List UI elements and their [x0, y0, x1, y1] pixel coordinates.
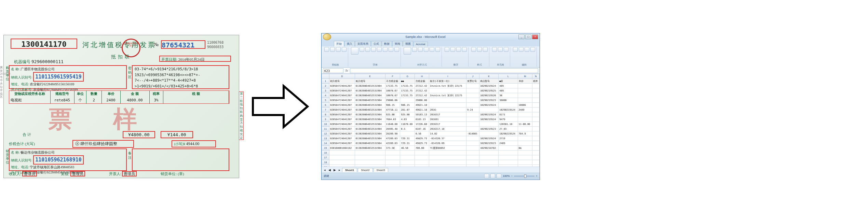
column-header[interactable]: G: [400, 74, 415, 79]
ribbon-button-icon[interactable]: [394, 47, 399, 52]
cell[interactable]: 013020864032531904: [355, 136, 385, 141]
cell[interactable]: 489: [499, 88, 518, 93]
formula-input[interactable]: [350, 68, 538, 73]
cell[interactable]: [415, 151, 429, 155]
ribbon-tab[interactable]: 插入: [344, 41, 355, 46]
cell[interactable]: 020584724041207: [329, 84, 355, 88]
cell[interactable]: [429, 151, 466, 155]
cell[interactable]: [400, 160, 415, 165]
ribbon-button-icon[interactable]: [330, 47, 335, 52]
view-layout-icon[interactable]: [490, 174, 495, 179]
cell[interactable]: [532, 151, 540, 155]
cell[interactable]: 013020864032531904: [355, 117, 385, 122]
ribbon-button-icon[interactable]: [450, 47, 455, 52]
cell[interactable]: [466, 88, 479, 93]
cell[interactable]: [532, 141, 540, 146]
row-header[interactable]: 14: [322, 141, 329, 146]
row-header[interactable]: 6: [322, 103, 329, 108]
cell[interactable]: 020584724041207: [329, 131, 355, 136]
cell[interactable]: -014320.09: [429, 141, 466, 146]
ribbon-button-icon[interactable]: [504, 47, 508, 52]
cell[interactable]: 2016317: [429, 112, 466, 117]
column-header[interactable]: [322, 74, 329, 79]
cell[interactable]: 36000: [499, 98, 518, 103]
cell[interactable]: [385, 160, 400, 165]
cell[interactable]: 备注(不算第一行): [429, 79, 466, 84]
cell[interactable]: 10290219524: [499, 131, 518, 136]
cell[interactable]: 10290219523: [479, 141, 498, 146]
cell[interactable]: 8171: [499, 112, 518, 117]
cell[interactable]: 27212.42: [415, 88, 429, 93]
cell[interactable]: ●●: [400, 79, 415, 84]
cell[interactable]: [385, 165, 400, 167]
cell[interactable]: 0.56: [415, 131, 429, 136]
cell[interactable]: [479, 165, 498, 167]
cell[interactable]: [466, 136, 479, 141]
cell[interactable]: 201691: [429, 117, 466, 122]
zoom-slider[interactable]: [514, 175, 534, 177]
cell[interactable]: [466, 98, 479, 103]
cell[interactable]: Invoice.txt 第3列 22175: [429, 93, 466, 98]
cell[interactable]: [532, 146, 540, 151]
row-header[interactable]: 4: [322, 93, 329, 98]
cell[interactable]: [400, 131, 415, 136]
cell[interactable]: 10006: [518, 103, 532, 108]
cell[interactable]: [466, 141, 479, 146]
cell[interactable]: [532, 108, 540, 112]
cell[interactable]: [429, 155, 466, 160]
cell[interactable]: 47289.03: [385, 136, 400, 141]
cell[interactable]: 013020864032531904: [355, 93, 385, 98]
cell[interactable]: 税率: [532, 79, 540, 84]
cell[interactable]: Invoice.txt 第3列 22175: [429, 84, 466, 88]
cell[interactable]: [499, 160, 518, 165]
cell[interactable]: [532, 127, 540, 131]
cell[interactable]: [532, 88, 540, 93]
cell[interactable]: [466, 165, 479, 167]
ribbon-button-icon[interactable]: [525, 47, 529, 52]
cell[interactable]: 29006.06: [415, 98, 429, 103]
ribbon-button-icon[interactable]: [418, 47, 423, 52]
cell[interactable]: [466, 146, 479, 151]
cell[interactable]: 489: [499, 84, 518, 88]
cell[interactable]: 013020864032531904: [355, 112, 385, 117]
row-header[interactable]: 1: [322, 79, 329, 84]
cell[interactable]: 281.07: [400, 108, 415, 112]
column-header[interactable]: H: [415, 74, 429, 79]
ribbon-button-icon[interactable]: [456, 47, 461, 52]
ribbon-button-icon[interactable]: [530, 47, 535, 52]
cell[interactable]: 28405.48: [385, 127, 400, 131]
cell[interactable]: 10078.67: [385, 88, 400, 93]
cell[interactable]: 11-00.00: [518, 122, 532, 127]
cell[interactable]: 10290219524: [479, 136, 498, 141]
cell[interactable]: 10290219523: [479, 98, 498, 103]
cell[interactable]: 925.00: [400, 112, 415, 117]
cell[interactable]: [518, 112, 532, 117]
cell[interactable]: 30: [499, 93, 518, 98]
cell[interactable]: [518, 98, 532, 103]
cell[interactable]: [400, 98, 415, 103]
cell[interactable]: [466, 84, 479, 88]
cell[interactable]: 2016317.18: [429, 127, 466, 131]
cell[interactable]: 9479: [499, 117, 518, 122]
cell[interactable]: [532, 112, 540, 117]
cell[interactable]: [532, 136, 540, 141]
cell[interactable]: [499, 155, 518, 160]
cell[interactable]: 013020864032531904: [355, 84, 385, 88]
cell[interactable]: 17226.68: [415, 122, 429, 127]
cell[interactable]: [499, 146, 518, 151]
cell[interactable]: 925.00: [385, 112, 400, 117]
cell[interactable]: 020584724041207: [329, 141, 355, 146]
cell[interactable]: 013020864032531904: [355, 103, 385, 108]
cell[interactable]: 10290219524: [479, 84, 498, 88]
cell[interactable]: 2489: [499, 141, 518, 146]
row-header[interactable]: 10: [322, 122, 329, 127]
cell[interactable]: [429, 98, 466, 103]
ribbon-button-icon[interactable]: [324, 47, 329, 52]
name-box[interactable]: K23: [323, 68, 343, 73]
ribbon-button-icon[interactable]: [483, 47, 488, 52]
cell[interactable]: [479, 160, 498, 165]
cell[interactable]: 784.9: [518, 131, 532, 136]
cell[interactable]: 10290219524: [479, 103, 498, 108]
cell[interactable]: [466, 122, 479, 127]
cell[interactable]: 013020864032531904: [355, 122, 385, 127]
